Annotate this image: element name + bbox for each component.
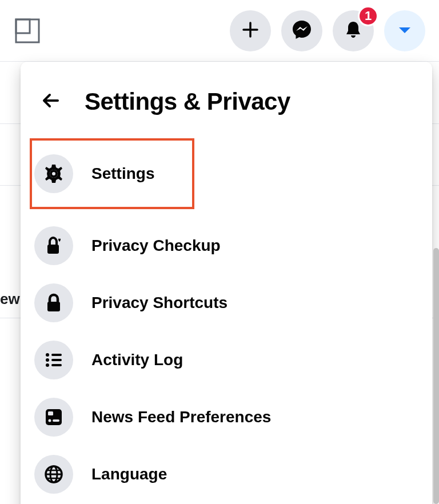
header-buttons: 1 bbox=[230, 10, 425, 51]
create-button[interactable] bbox=[230, 10, 271, 51]
background-text: ew bbox=[0, 290, 20, 308]
plus-icon bbox=[241, 21, 260, 41]
menu-label: Settings bbox=[91, 165, 154, 183]
svg-point-12 bbox=[49, 419, 51, 422]
list-icon bbox=[34, 341, 73, 379]
menu-item-language[interactable]: Language bbox=[30, 446, 423, 503]
account-dropdown-button[interactable] bbox=[384, 10, 425, 51]
feed-icon bbox=[34, 398, 73, 437]
menu-item-news-feed-preferences[interactable]: News Feed Preferences bbox=[30, 389, 423, 446]
svg-rect-10 bbox=[46, 409, 62, 425]
notification-badge: 1 bbox=[358, 6, 378, 26]
gear-icon bbox=[34, 154, 73, 193]
svg-rect-7 bbox=[51, 354, 62, 356]
svg-rect-3 bbox=[47, 302, 60, 311]
svg-rect-11 bbox=[48, 411, 53, 415]
messenger-button[interactable] bbox=[281, 10, 322, 51]
menu-label: Language bbox=[91, 465, 167, 483]
svg-rect-0 bbox=[16, 19, 39, 42]
svg-rect-9 bbox=[51, 364, 62, 366]
scrollbar[interactable] bbox=[433, 248, 439, 504]
top-header: 1 bbox=[0, 0, 439, 62]
svg-point-4 bbox=[46, 353, 49, 357]
svg-rect-13 bbox=[53, 419, 59, 422]
panel-header: Settings & Privacy bbox=[30, 73, 423, 136]
menu-item-privacy-checkup[interactable]: Privacy Checkup bbox=[30, 217, 423, 274]
menu-label: Privacy Shortcuts bbox=[91, 294, 228, 312]
back-button[interactable] bbox=[34, 85, 69, 119]
messenger-icon bbox=[291, 19, 313, 43]
menu-label: Activity Log bbox=[91, 351, 183, 369]
menu-label: News Feed Preferences bbox=[91, 408, 271, 426]
lock-heart-icon bbox=[34, 226, 73, 265]
menu-label: Privacy Checkup bbox=[91, 237, 221, 255]
svg-rect-1 bbox=[16, 19, 30, 33]
notifications-button[interactable]: 1 bbox=[333, 10, 374, 51]
caret-down-icon bbox=[397, 22, 413, 40]
menu-item-activity-log[interactable]: Activity Log bbox=[30, 331, 423, 389]
svg-point-5 bbox=[46, 358, 49, 362]
panel-title: Settings & Privacy bbox=[85, 88, 290, 115]
lock-icon bbox=[34, 283, 73, 322]
app-logo-icon[interactable] bbox=[14, 17, 41, 45]
globe-icon bbox=[34, 455, 73, 494]
menu-item-privacy-shortcuts[interactable]: Privacy Shortcuts bbox=[30, 274, 423, 331]
svg-point-6 bbox=[46, 363, 49, 367]
settings-privacy-panel: Settings & Privacy Settings Privacy Chec… bbox=[21, 62, 432, 504]
svg-rect-2 bbox=[47, 245, 59, 254]
arrow-left-icon bbox=[41, 90, 62, 114]
svg-rect-8 bbox=[51, 359, 62, 361]
menu-item-settings[interactable]: Settings bbox=[30, 138, 194, 209]
